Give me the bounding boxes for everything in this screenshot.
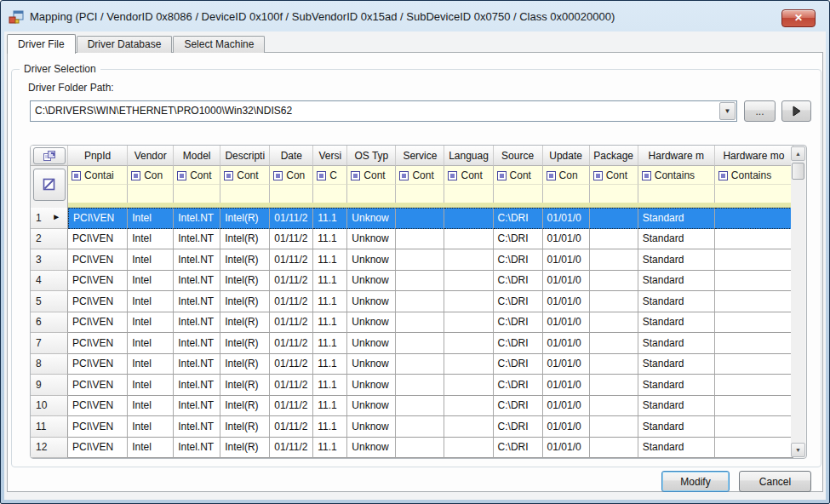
grid-cell[interactable]: Intel(R) bbox=[220, 375, 270, 396]
row-header-1[interactable]: 1► bbox=[31, 208, 68, 229]
grid-cell[interactable] bbox=[396, 333, 444, 354]
grid-cell[interactable]: Standard bbox=[638, 291, 715, 312]
grid-cell[interactable]: Intel bbox=[128, 291, 174, 312]
row-header-10[interactable]: 10 bbox=[31, 396, 68, 417]
grid-cell[interactable]: Intel bbox=[128, 375, 174, 396]
grid-cell[interactable] bbox=[715, 375, 793, 396]
column-header-vendor[interactable]: Vendor bbox=[128, 146, 174, 166]
grid-cell[interactable] bbox=[396, 208, 444, 229]
clear-filter-button[interactable] bbox=[33, 169, 66, 201]
filter-operator-cell-vendor[interactable]: Con bbox=[128, 166, 174, 185]
grid-cell[interactable]: Intel bbox=[128, 396, 174, 417]
grid-row-1[interactable]: 1►PCI\VENIntelIntel.NTIntel(R)01/11/211.… bbox=[31, 208, 793, 229]
grid-cell[interactable] bbox=[590, 438, 638, 459]
grid-cell[interactable]: Intel(R) bbox=[220, 333, 270, 354]
grid-cell[interactable] bbox=[715, 333, 793, 354]
grid-cell[interactable] bbox=[715, 229, 793, 250]
tab-driver-file[interactable]: Driver File bbox=[7, 34, 76, 54]
column-header-model[interactable]: Model bbox=[174, 146, 220, 166]
filter-value-cell-hardware-m[interactable] bbox=[638, 185, 715, 203]
filter-value-cell-update[interactable] bbox=[543, 185, 590, 203]
grid-cell[interactable]: Intel(R) bbox=[220, 416, 270, 438]
grid-cell[interactable] bbox=[590, 396, 638, 417]
filter-condition-icon[interactable] bbox=[642, 171, 651, 180]
grid-cell[interactable]: Unknow bbox=[347, 375, 396, 396]
grid-cell[interactable]: Standard bbox=[638, 354, 715, 375]
grid-cell[interactable]: PCI\VEN bbox=[68, 354, 128, 375]
grid-cell[interactable]: 01/01/0 bbox=[543, 396, 590, 417]
grid-cell[interactable]: C:\DRI bbox=[494, 229, 543, 250]
grid-cell[interactable]: 01/11/2 bbox=[270, 333, 313, 354]
grid-cell[interactable]: Standard bbox=[638, 271, 715, 292]
grid-cell[interactable]: Unknow bbox=[347, 354, 396, 375]
filter-operator-cell-hardware-mo[interactable]: Contains bbox=[715, 166, 793, 185]
grid-cell[interactable]: 01/01/0 bbox=[543, 291, 590, 312]
column-header-source[interactable]: Source bbox=[494, 146, 543, 166]
grid-cell[interactable]: Unknow bbox=[347, 271, 396, 292]
grid-cell[interactable]: C:\DRI bbox=[494, 396, 543, 417]
grid-cell[interactable] bbox=[590, 416, 638, 438]
grid-cell[interactable] bbox=[444, 438, 493, 459]
grid-cell[interactable] bbox=[715, 249, 793, 271]
grid-cell[interactable] bbox=[396, 312, 444, 334]
grid-cell[interactable]: C:\DRI bbox=[494, 438, 543, 459]
grid-cell[interactable]: C:\DRI bbox=[494, 375, 543, 396]
filter-condition-icon[interactable] bbox=[497, 171, 507, 180]
filter-condition-icon[interactable] bbox=[224, 171, 233, 180]
grid-cell[interactable]: 01/01/0 bbox=[543, 375, 590, 396]
grid-cell[interactable]: 11.1 bbox=[313, 312, 347, 334]
filter-operator-cell-versi[interactable]: C bbox=[313, 166, 347, 185]
grid-cell[interactable]: 11.1 bbox=[313, 249, 347, 271]
grid-cell[interactable]: C:\DRI bbox=[494, 333, 543, 354]
filter-condition-icon[interactable] bbox=[547, 171, 556, 180]
grid-cell[interactable] bbox=[444, 375, 493, 396]
grid-cell[interactable]: Intel.NT bbox=[174, 375, 220, 396]
filter-operator-cell-model[interactable]: Cont bbox=[174, 166, 220, 185]
grid-cell[interactable]: PCI\VEN bbox=[68, 333, 128, 354]
grid-cell[interactable]: C:\DRI bbox=[494, 354, 543, 375]
grid-cell[interactable]: 11.1 bbox=[313, 354, 347, 375]
grid-cell[interactable]: Standard bbox=[638, 333, 715, 354]
grid-cell[interactable] bbox=[715, 354, 793, 375]
column-header-hardware-mo[interactable]: Hardware mo bbox=[715, 146, 793, 166]
grid-cell[interactable]: Intel.NT bbox=[174, 249, 220, 271]
grid-cell[interactable]: Standard bbox=[638, 375, 715, 396]
grid-cell[interactable] bbox=[590, 375, 638, 396]
grid-cell[interactable] bbox=[590, 229, 638, 250]
grid-cell[interactable]: 01/01/0 bbox=[543, 438, 590, 459]
grid-cell[interactable]: PCI\VEN bbox=[68, 271, 128, 292]
column-header-descripti[interactable]: Descripti bbox=[220, 146, 270, 166]
grid-cell[interactable]: Intel(R) bbox=[220, 229, 270, 250]
grid-cell[interactable]: Unknow bbox=[347, 249, 396, 271]
grid-cell[interactable]: Unknow bbox=[347, 229, 396, 250]
grid-cell[interactable]: PCI\VEN bbox=[68, 249, 128, 271]
grid-cell[interactable]: Intel.NT bbox=[174, 438, 220, 459]
filter-condition-icon[interactable] bbox=[351, 171, 360, 180]
grid-cell[interactable]: Intel.NT bbox=[174, 333, 220, 354]
row-header-12[interactable]: 12 bbox=[31, 438, 68, 459]
grid-cell[interactable]: Intel(R) bbox=[220, 291, 270, 312]
row-header-2[interactable]: 2 bbox=[31, 229, 68, 250]
scroll-up-button[interactable]: ▲ bbox=[791, 146, 805, 161]
grid-cell[interactable] bbox=[590, 291, 638, 312]
grid-cell[interactable]: Intel bbox=[128, 208, 174, 229]
grid-cell[interactable] bbox=[715, 416, 793, 438]
grid-cell[interactable]: PCI\VEN bbox=[68, 416, 128, 438]
grid-cell[interactable]: Intel(R) bbox=[220, 249, 270, 271]
filter-condition-icon[interactable] bbox=[448, 171, 457, 180]
filter-operator-cell-hardware-m[interactable]: Contains bbox=[638, 166, 715, 185]
grid-cell[interactable]: Intel bbox=[128, 333, 174, 354]
row-header-6[interactable]: 6 bbox=[31, 312, 68, 334]
grid-cell[interactable] bbox=[444, 271, 493, 292]
tab-driver-database[interactable]: Driver Database bbox=[77, 36, 173, 53]
modify-button[interactable]: Modify bbox=[661, 471, 730, 492]
grid-cell[interactable]: C:\DRI bbox=[494, 416, 543, 438]
grid-cell[interactable]: Intel bbox=[128, 312, 174, 334]
driver-folder-path-value[interactable]: C:\DRIVERS\WIN\ETHERNET\PRO1000\Win32\ND… bbox=[35, 101, 718, 121]
grid-cell[interactable] bbox=[444, 229, 493, 250]
grid-cell[interactable] bbox=[715, 271, 793, 292]
grid-cell[interactable]: PCI\VEN bbox=[68, 208, 128, 229]
grid-cell[interactable]: Intel(R) bbox=[220, 396, 270, 417]
grid-cell[interactable]: Unknow bbox=[347, 416, 396, 438]
grid-cell[interactable]: PCI\VEN bbox=[68, 229, 128, 250]
